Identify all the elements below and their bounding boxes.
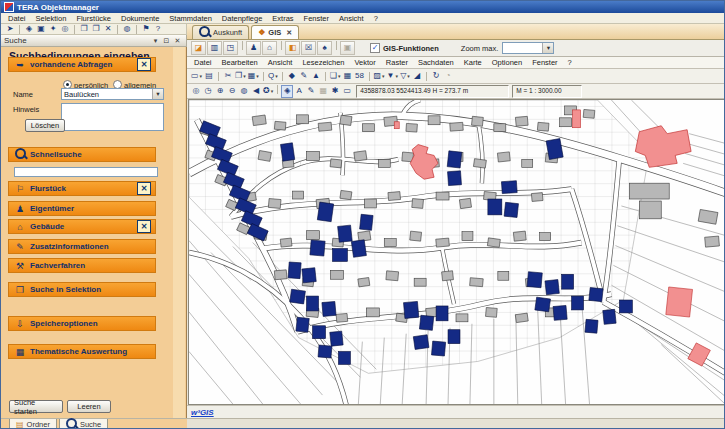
home-extent-icon[interactable]: ⌂ [262,41,277,55]
section-eigentuemer[interactable]: ♟ Eigentümer [8,201,156,216]
pin-panel-button[interactable]: ⊡ [161,36,172,46]
table-icon[interactable]: ▦ [317,85,329,98]
menu-item[interactable]: Ansicht [263,58,298,67]
lasso-select-icon[interactable]: ◈ [23,24,35,35]
menu-item[interactable]: Datei [189,58,217,67]
close-selection-icon[interactable]: ☒ [301,41,316,55]
area-search-icon[interactable]: ◎ [59,24,71,35]
print-icon[interactable]: ▤ [203,70,215,83]
map-export-icon[interactable]: ◳ [223,41,238,55]
section-speicheroptionen[interactable]: ⇩ Speicheroptionen [8,316,156,331]
menu-item[interactable]: Optionen [487,58,527,67]
draw-line-icon[interactable]: ✎ [298,70,310,83]
menu-item[interactable]: Fenster [527,58,562,67]
close-tab-icon[interactable]: ✕ [286,29,292,37]
menu-item[interactable]: Extras [267,14,298,23]
person-search-icon[interactable]: ✦ [47,24,59,35]
zoom-tool-icon[interactable]: Q▾ [267,70,279,83]
close-panel-button[interactable]: ✕ [172,36,183,46]
menu-item[interactable]: ? [563,58,577,67]
wgis-logo[interactable]: w³GIS [191,408,214,417]
section-fachverfahren[interactable]: ⚒ Fachverfahren [8,258,156,273]
select-person-icon[interactable]: ♟ [246,41,261,55]
menu-item[interactable]: Bearbeiten [217,58,263,67]
menu-item[interactable]: Vektor [350,58,381,67]
flag-icon[interactable]: ⚑ [140,24,152,35]
zoom-out-icon[interactable]: ⊖ [226,85,238,98]
delete-query-button[interactable]: Löschen [25,119,65,132]
section-vorhandene-abfragen[interactable]: ➥ vorhandene Abfragen ✕ [8,57,156,72]
star-select-icon[interactable]: ✱ [329,85,341,98]
select-cursor-icon[interactable]: ➤ [4,24,16,35]
open-selection-icon[interactable]: ▣ [35,24,47,35]
menu-item[interactable]: Fenster [299,14,334,23]
section-zusatzinformationen[interactable]: ✎ Zusatzinformationen [8,239,156,254]
pan-icon[interactable]: ◎ [190,85,202,98]
zoom-prev-icon[interactable]: ◷ [202,85,214,98]
refresh-icon[interactable]: ↻ [430,70,442,83]
draw-area-icon[interactable]: ▲ [310,70,322,83]
tab-auskunft[interactable]: Auskunft [192,25,249,39]
layers-icon[interactable]: ◪ [191,41,206,55]
section-close-button[interactable]: ✕ [137,220,151,233]
dock-tab-suche[interactable]: Suche [59,419,108,429]
hatch-icon[interactable]: ▨▾ [373,70,386,83]
paste-map-icon[interactable]: ▦▾ [247,70,260,83]
layer-number-icon[interactable]: 58 [354,70,366,83]
sidebar-scroll-area[interactable] [173,47,185,418]
section-suche-in-selektion[interactable]: ❐ Suche in Selektion [8,282,156,297]
chart-map-icon[interactable]: ◧ [285,41,300,55]
menu-item[interactable]: Flurstücke [71,14,116,23]
map-window-icon[interactable]: ▥ [207,41,222,55]
name-combobox[interactable]: Baulücken ▼ [61,88,164,100]
slope-icon[interactable]: ◢ [411,70,423,83]
menu-item[interactable]: Stammdaten [164,14,217,23]
draw-point-icon[interactable]: ◆ [286,70,298,83]
menu-item[interactable]: ? [369,14,383,23]
zoom-star-icon[interactable]: ✪▾ [262,85,274,98]
start-search-button[interactable]: Suche starten [9,400,63,413]
label-icon[interactable]: ▭ [341,85,353,98]
section-schnellsuche[interactable]: Schnellsuche [8,147,156,162]
menu-item[interactable]: Karte [459,58,487,67]
help-icon[interactable]: ? [152,24,164,35]
tab-gis[interactable]: ❖ GIS ✕ [251,25,299,39]
cut-icon[interactable]: ✂ [222,70,234,83]
gis-funktionen-checkbox[interactable]: ✓ [370,43,380,53]
section-thematische-auswertung[interactable]: ▦ Thematische Auswertung [8,344,156,359]
zoom-max-combobox[interactable]: ▼ [502,42,554,54]
copy-icon[interactable]: ❐ [78,24,90,35]
collapse-panel-button[interactable]: ▾ [150,36,161,46]
title-bar[interactable]: TERA Objektmanager [1,1,725,13]
dock-tab-ordner[interactable]: ▤ Ordner [9,419,57,429]
extent-icon[interactable]: ❏▾ [329,70,342,83]
delete-icon[interactable]: ✕ [102,24,114,35]
chevron-down-icon[interactable]: ▼ [152,89,163,99]
hinweis-textarea[interactable] [61,103,164,131]
menu-item[interactable]: Lesezeichen [297,58,349,67]
north-arrow-icon[interactable]: ♠ [317,41,332,55]
menu-item[interactable]: Datenpflege [217,14,267,23]
globe-icon[interactable]: ◍ [121,24,133,35]
measure-icon[interactable]: ✎ [305,85,317,98]
section-flurstueck[interactable]: ⚐ Flurstück ✕ [8,181,156,196]
menu-item[interactable]: Sachdaten [413,58,459,67]
zoom-in-icon[interactable]: ⊕ [214,85,226,98]
menu-item[interactable]: Ansicht [334,14,369,23]
menu-item[interactable]: Raster [381,58,413,67]
new-map-icon[interactable]: ▭▾ [190,70,203,83]
history-icon[interactable]: ◔ [442,70,454,83]
menu-item[interactable]: Dokumente [116,14,164,23]
zoom-extent-icon[interactable]: ◍ [238,85,250,98]
map-canvas[interactable] [188,99,725,405]
paste-icon[interactable]: ❐ [90,24,102,35]
filter-icon[interactable]: ▼▾ [386,70,399,83]
select-rect-icon[interactable]: ◈ [281,85,293,98]
zoom-back-icon[interactable]: ◀ [250,85,262,98]
quick-search-input[interactable] [14,167,158,177]
copy-map-icon[interactable]: ❐▾ [234,70,247,83]
search-panel-header[interactable]: Suche ▾ ⊡ ✕ [1,35,187,47]
info-tool-icon[interactable]: ▣ [340,41,355,55]
grid-icon[interactable]: ▦ [342,70,354,83]
select-attr-icon[interactable]: A [293,85,305,98]
